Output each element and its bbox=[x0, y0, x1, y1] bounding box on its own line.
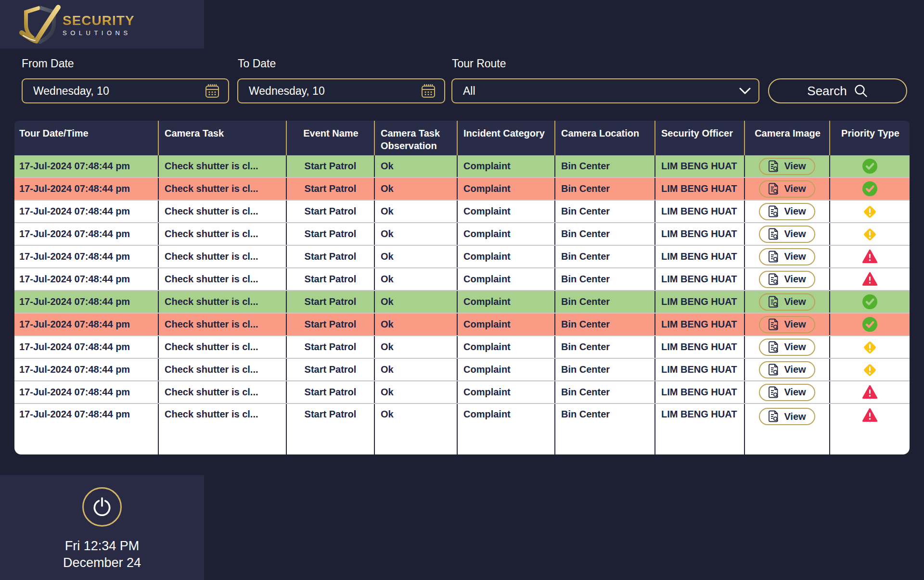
cell-camera-image: View bbox=[745, 155, 830, 177]
security-officer-text: LIM BENG HUAT bbox=[661, 319, 737, 330]
ok-icon bbox=[862, 294, 877, 309]
to-date-input[interactable]: Wednesday, 10 bbox=[237, 78, 445, 103]
column-header-camera-image: Camera Image bbox=[745, 121, 830, 155]
patrol-report-table: Tour Date/TimeCamera TaskEvent NameCamer… bbox=[14, 121, 910, 454]
cell-priority bbox=[830, 404, 910, 454]
cell-observation: Ok bbox=[375, 268, 458, 290]
view-label: View bbox=[784, 387, 806, 398]
cell-tour-datetime: 17-Jul-2024 07:48:44 pm bbox=[14, 155, 159, 177]
cell-priority bbox=[830, 359, 910, 380]
incident-category-text: Complaint bbox=[463, 228, 511, 240]
clock-date: December 24 bbox=[0, 555, 204, 571]
column-header-event-name: Event Name bbox=[287, 121, 375, 155]
table-row: 17-Jul-2024 07:48:44 pmCheck shutter is … bbox=[14, 314, 910, 336]
search-label: Search bbox=[807, 84, 847, 99]
cell-camera-task: Check shutter is cl... bbox=[159, 268, 287, 290]
view-label: View bbox=[784, 206, 806, 217]
view-label: View bbox=[784, 228, 806, 240]
view-button[interactable]: View bbox=[759, 408, 815, 425]
cell-observation: Ok bbox=[375, 314, 458, 335]
cell-camera-location: Bin Center bbox=[555, 314, 655, 335]
cell-camera-location: Bin Center bbox=[555, 178, 655, 200]
view-doc-icon bbox=[768, 364, 780, 376]
view-button[interactable]: View bbox=[759, 384, 815, 401]
observation-text: Ok bbox=[381, 296, 394, 307]
camera-location-text: Bin Center bbox=[561, 409, 610, 420]
view-label: View bbox=[784, 411, 806, 422]
view-button[interactable]: View bbox=[759, 271, 815, 288]
cell-event-name: Start Patrol bbox=[287, 223, 375, 245]
cell-priority bbox=[830, 291, 910, 313]
cell-camera-task: Check shutter is cl... bbox=[159, 155, 287, 177]
cell-security-officer: LIM BENG HUAT bbox=[655, 404, 745, 454]
security-officer-text: LIM BENG HUAT bbox=[661, 409, 737, 420]
cell-camera-image: View bbox=[745, 201, 830, 222]
cell-camera-location: Bin Center bbox=[555, 155, 655, 177]
cell-incident-category: Complaint bbox=[458, 359, 555, 380]
camera-task-text: Check shutter is cl... bbox=[165, 364, 258, 375]
tour-datetime-text: 17-Jul-2024 07:48:44 pm bbox=[19, 206, 130, 217]
cell-observation: Ok bbox=[375, 223, 458, 245]
camera-task-text: Check shutter is cl... bbox=[165, 387, 258, 398]
view-doc-icon bbox=[768, 296, 780, 308]
camera-task-text: Check shutter is cl... bbox=[165, 296, 258, 307]
chevron-down-icon bbox=[739, 88, 751, 95]
calendar-icon[interactable] bbox=[420, 83, 436, 99]
cell-incident-category: Complaint bbox=[458, 223, 555, 245]
view-button[interactable]: View bbox=[759, 361, 815, 378]
cell-security-officer: LIM BENG HUAT bbox=[655, 291, 745, 313]
camera-task-text: Check shutter is cl... bbox=[165, 161, 258, 172]
cell-camera-task: Check shutter is cl... bbox=[159, 246, 287, 267]
calendar-icon[interactable] bbox=[204, 83, 220, 99]
camera-location-text: Bin Center bbox=[561, 296, 610, 307]
view-button[interactable]: View bbox=[759, 293, 815, 311]
view-button[interactable]: View bbox=[759, 226, 815, 243]
cell-incident-category: Complaint bbox=[458, 381, 555, 403]
view-label: View bbox=[784, 364, 806, 375]
cell-incident-category: Complaint bbox=[458, 291, 555, 313]
power-icon bbox=[91, 496, 113, 518]
tour-datetime-text: 17-Jul-2024 07:48:44 pm bbox=[19, 274, 130, 285]
camera-location-text: Bin Center bbox=[561, 387, 610, 398]
column-header-incident-category: Incident Category bbox=[458, 121, 555, 155]
cell-camera-image: View bbox=[745, 223, 830, 245]
to-date-label: To Date bbox=[238, 57, 276, 70]
danger-icon bbox=[862, 385, 877, 400]
cell-incident-category: Complaint bbox=[458, 178, 555, 200]
cell-observation: Ok bbox=[375, 404, 458, 454]
danger-icon bbox=[862, 408, 877, 423]
view-label: View bbox=[784, 161, 806, 172]
camera-task-text: Check shutter is cl... bbox=[165, 251, 258, 262]
incident-category-text: Complaint bbox=[463, 251, 511, 262]
table-row: 17-Jul-2024 07:48:44 pmCheck shutter is … bbox=[14, 155, 910, 178]
view-button[interactable]: View bbox=[759, 180, 815, 198]
tour-datetime-text: 17-Jul-2024 07:48:44 pm bbox=[19, 228, 130, 240]
view-doc-icon bbox=[768, 318, 780, 331]
search-button[interactable]: Search bbox=[768, 78, 907, 103]
event-name-text: Start Patrol bbox=[305, 364, 357, 375]
power-button[interactable] bbox=[82, 487, 122, 527]
from-date-input[interactable]: Wednesday, 10 bbox=[22, 78, 229, 103]
table-row: 17-Jul-2024 07:48:44 pmCheck shutter is … bbox=[14, 359, 910, 381]
cell-incident-category: Complaint bbox=[458, 201, 555, 222]
view-button[interactable]: View bbox=[759, 339, 815, 356]
clock-panel: Fri 12:34 PM December 24 bbox=[0, 475, 204, 580]
event-name-text: Start Patrol bbox=[305, 319, 357, 330]
camera-task-text: Check shutter is cl... bbox=[165, 409, 258, 420]
view-button[interactable]: View bbox=[759, 203, 815, 220]
cell-camera-image: View bbox=[745, 291, 830, 313]
app-logo: SECURITY SOLUTIONS bbox=[19, 3, 135, 46]
incident-category-text: Complaint bbox=[463, 206, 511, 217]
tour-route-select[interactable]: All bbox=[451, 78, 759, 103]
view-button[interactable]: View bbox=[759, 316, 815, 333]
cell-event-name: Start Patrol bbox=[287, 381, 375, 403]
view-label: View bbox=[784, 274, 806, 285]
view-button[interactable]: View bbox=[759, 248, 815, 265]
view-doc-icon bbox=[768, 183, 780, 195]
incident-category-text: Complaint bbox=[463, 274, 511, 285]
event-name-text: Start Patrol bbox=[305, 183, 357, 194]
column-header-camera-task-observation: Camera Task Observation bbox=[375, 121, 458, 155]
table-row: 17-Jul-2024 07:48:44 pmCheck shutter is … bbox=[14, 291, 910, 314]
view-button[interactable]: View bbox=[759, 158, 815, 175]
cell-tour-datetime: 17-Jul-2024 07:48:44 pm bbox=[14, 268, 159, 290]
